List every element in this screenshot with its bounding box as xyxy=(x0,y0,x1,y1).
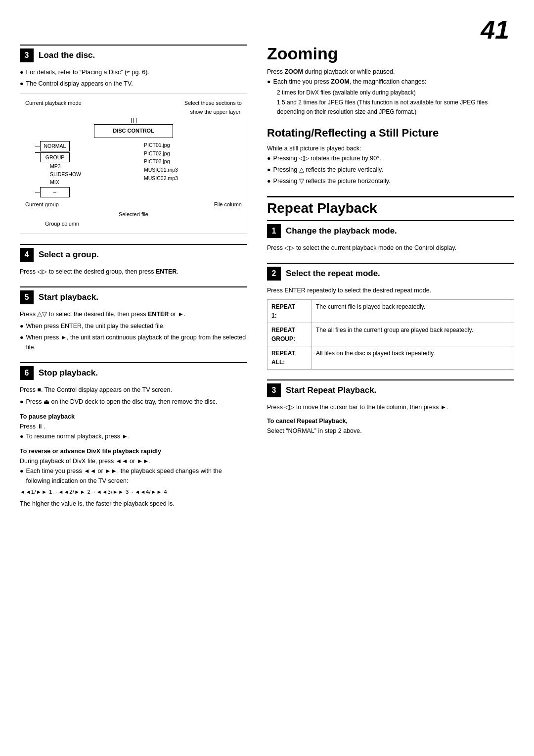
subnode-mix: MIX xyxy=(50,178,81,186)
rotating-section: Rotating/Reflecting a Still Picture Whil… xyxy=(267,127,514,186)
rotating-title: Rotating/Reflecting a Still Picture xyxy=(267,127,514,140)
repeat-group-desc: The all files in the current group are p… xyxy=(312,323,514,346)
to-reverse-title: To reverse or advance DivX file playback… xyxy=(20,446,247,456)
repeat-step-2-number: 2 xyxy=(267,267,281,281)
table-row-repeat-all: REPEATALL: All files on the disc is play… xyxy=(267,346,514,369)
zooming-dash-1: 2 times for DivX files (available only d… xyxy=(277,88,514,97)
section-3-bullet-1: ● For details, refer to “Placing a Disc”… xyxy=(20,67,247,77)
cancel-body: Select “NORMAL” in step 2 above. xyxy=(267,426,514,436)
repeat1-label: REPEAT1: xyxy=(267,299,312,323)
repeat-title: Repeat Playback xyxy=(267,196,514,216)
to-reverse-bullet: ● Each time you press ◄◄ or ►►, the play… xyxy=(20,466,247,486)
repeat-step-1-title: Change the playback mode. xyxy=(286,226,397,236)
repeat-step-1-body: Press ◁▷ to select the current playback … xyxy=(267,244,456,251)
disc-control-label: DISC CONTROL xyxy=(94,124,173,138)
cancel-title: To cancel Repeat Playback, xyxy=(267,418,348,425)
file-pict01: PICT01.jpg xyxy=(144,141,178,149)
repeat-section: Repeat Playback 1 Change the playback mo… xyxy=(267,196,514,436)
diagram-label-mode: Current playback mode xyxy=(25,99,82,116)
section-4-title: Select a group. xyxy=(39,250,99,260)
section-5-title: Start playback. xyxy=(39,292,98,302)
section-4: 4 Select a group. Press ◁▷ to select the… xyxy=(20,244,247,277)
rotating-bullet-3: ● Pressing ▽ reflects the picture horizo… xyxy=(267,176,514,186)
node-group: GROUP xyxy=(40,152,70,163)
diagram-label-show: show the upper layer. xyxy=(190,109,242,115)
repeat-step-3-title: Start Repeat Playback. xyxy=(286,385,376,395)
zooming-dash-2: 1.5 and 2 times for JPEG files (This fun… xyxy=(277,98,514,117)
repeat-step-1: 1 Change the playback mode. Press ◁▷ to … xyxy=(267,220,514,253)
subnode-slideshow: SLIDESHOW xyxy=(50,170,81,178)
repeat-step-2-body: Press ENTER repeatedly to select the des… xyxy=(267,285,514,295)
repeat1-desc: The current file is played back repeated… xyxy=(312,299,514,323)
to-reverse-body: During playback of DivX file, press ◄◄ o… xyxy=(20,456,247,466)
table-row-repeat-group: REPEATGROUP: The all files in the curren… xyxy=(267,323,514,346)
repeat-step-2: 2 Select the repeat mode. Press ENTER re… xyxy=(267,263,514,370)
section-5-body1: Press △▽ to select the desired file, the… xyxy=(20,309,247,319)
node-normal: NORMAL xyxy=(40,141,70,151)
section-6-body1: Press ■. The Control display appears on … xyxy=(20,385,247,395)
section-6-bullet-1: ● Press ⏏ on the DVD deck to open the di… xyxy=(20,397,247,407)
section-4-body: Press ◁▷ to select the desired group, th… xyxy=(20,268,178,275)
repeat-group-label: REPEATGROUP: xyxy=(267,323,312,346)
label-file-column: File column xyxy=(214,200,242,209)
section-5-bullet-1: ● When press ENTER, the unit play the se… xyxy=(20,321,247,331)
node-other: – xyxy=(40,187,70,197)
to-reverse-note: The higher the value is, the faster the … xyxy=(20,499,247,509)
to-pause-bullet: ● To resume normal playback, press ►. xyxy=(20,431,247,441)
label-selected-file: Selected file xyxy=(119,210,148,219)
rotating-intro: While a still picture is played back: xyxy=(267,143,514,153)
repeat-step-3: 3 Start Repeat Playback. Press ◁▷ to mov… xyxy=(267,379,514,436)
section-5-number: 5 xyxy=(20,290,34,304)
left-column: 3 Load the disc. ● For details, refer to… xyxy=(20,45,247,519)
repeat-step-3-body: Press ◁▷ to move the cursor bar to the f… xyxy=(267,402,514,412)
zooming-body: Press ZOOM during playback or while paus… xyxy=(267,67,514,77)
section-6-title: Stop playback. xyxy=(39,368,98,378)
label-current-group: Current group xyxy=(25,200,59,209)
section-3: 3 Load the disc. ● For details, refer to… xyxy=(20,45,247,234)
page-number: 41 xyxy=(481,15,509,45)
bullet-icon: ● xyxy=(20,67,24,77)
file-music02: MUSIC02.mp3 xyxy=(144,174,178,183)
repeat-all-label: REPEATALL: xyxy=(267,346,312,369)
repeat-step-2-title: Select the repeat mode. xyxy=(286,269,380,279)
rotating-bullet-2: ● Pressing △ reflects the picture vertic… xyxy=(267,165,514,175)
section-5-bullet-2: ● When press ►, the unit start continuou… xyxy=(20,332,247,352)
zooming-section: Zooming Press ZOOM during playback or wh… xyxy=(267,45,514,117)
repeat-step-1-number: 1 xyxy=(267,224,281,238)
file-pict02: PICT02.jpg xyxy=(144,149,178,158)
rotating-bullet-1: ● Pressing ◁▷ rotates the picture by 90°… xyxy=(267,153,514,163)
section-3-number: 3 xyxy=(20,48,34,62)
section-3-bullet-2: ● The Control display appears on the TV. xyxy=(20,79,247,89)
disc-diagram: Current playback mode Select these secti… xyxy=(20,94,247,234)
repeat-step-3-number: 3 xyxy=(267,383,281,397)
subnode-mp3: MP3 xyxy=(50,162,81,170)
speed-bar: ◄◄1/►► 1→◄◄2/►► 2→◄◄3/►► 3→◄◄4/►► 4 xyxy=(20,488,247,497)
table-row-repeat1: REPEAT1: The current file is played back… xyxy=(267,299,514,323)
bullet-icon: ● xyxy=(20,79,24,89)
to-pause-line1: Press ⏸. xyxy=(20,422,247,431)
repeat-all-desc: All files on the disc is played back rep… xyxy=(312,346,514,369)
right-column: Zooming Press ZOOM during playback or wh… xyxy=(267,45,514,519)
section-5: 5 Start playback. Press △▽ to select the… xyxy=(20,286,247,352)
to-pause-title: To pause playback xyxy=(20,412,247,422)
section-6-number: 6 xyxy=(20,366,34,380)
section-6: 6 Stop playback. Press ■. The Control di… xyxy=(20,362,247,509)
file-pict03: PICT03.jpg xyxy=(144,157,178,166)
section-3-title: Load the disc. xyxy=(39,50,95,60)
section-4-number: 4 xyxy=(20,248,34,262)
zooming-title: Zooming xyxy=(267,45,514,63)
zooming-bullet-main: ● Each time you press ZOOM, the magnific… xyxy=(267,77,514,87)
diagram-label-select: Select these sections to xyxy=(184,100,242,106)
file-music01: MUSIC01.mp3 xyxy=(144,166,178,174)
label-group-column: Group column xyxy=(45,220,79,229)
repeat-mode-table: REPEAT1: The current file is played back… xyxy=(267,299,514,370)
